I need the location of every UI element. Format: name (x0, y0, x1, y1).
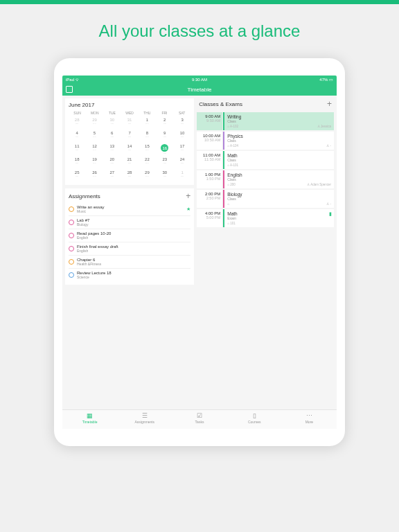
assignment-item[interactable]: Lab #7Biology (69, 215, 190, 229)
class-body: PhysicsClass⌂ A-104♙ - (223, 132, 334, 150)
calendar-day[interactable]: 21···· (121, 156, 138, 168)
calendar-day[interactable]: 8···· (139, 130, 155, 142)
calendar-day[interactable]: 20···· (104, 156, 121, 168)
calendar-day[interactable]: 29···· (139, 169, 155, 181)
tablet-frame: iPad ᯤ 9:30 AM 47% ▭ Timetable June 2017… (54, 58, 345, 446)
assignments-list: Write an essayMusic★Lab #7BiologyRead pa… (69, 203, 190, 281)
assignment-subject: Health &Fitness (77, 262, 190, 266)
calendar-day[interactable]: 15···· (139, 143, 155, 155)
calendar-day[interactable]: 11···· (69, 143, 85, 155)
tab-timetable[interactable]: ▦Timetable (62, 412, 117, 427)
calendar-day[interactable]: 5···· (86, 130, 103, 142)
status-circle-icon (69, 246, 74, 251)
assignment-item[interactable]: Review Lecture 18Science (69, 268, 190, 281)
dayname: WED (121, 111, 139, 115)
dayname: MON (86, 111, 103, 115)
class-type: Class (227, 177, 331, 181)
add-class-button[interactable]: + (327, 100, 332, 108)
dayname: TUE (103, 111, 121, 115)
calendar-day[interactable]: 10···· (174, 130, 190, 142)
dayname: SAT (173, 111, 190, 115)
assignment-subject: Biology (77, 222, 190, 227)
calendar-day[interactable]: 2···· (157, 116, 173, 129)
grid-icon[interactable] (66, 86, 73, 93)
calendar-day[interactable]: 9···· (157, 130, 173, 142)
screen: iPad ᯤ 9:30 AM 47% ▭ Timetable June 2017… (62, 76, 337, 429)
class-item[interactable]: 11:00 AM11:50 AMMathClass⌂ A-101 (197, 151, 334, 169)
headline: All your classes at a glance (0, 4, 399, 58)
calendar-day[interactable]: 30···· (104, 116, 121, 129)
class-room: ⌂ A-101 (227, 163, 238, 167)
class-type: Class (227, 158, 331, 162)
calendar-day[interactable]: 28···· (69, 116, 85, 129)
class-body: MathExam⌂ 101▮ (223, 209, 334, 227)
calendar-day[interactable]: 16···· (157, 143, 173, 155)
calendar-day[interactable]: 31···· (121, 116, 138, 129)
tab-more[interactable]: ⋯More (282, 412, 337, 427)
class-type: Class (227, 139, 331, 143)
assignment-item[interactable]: Read pages 10-20English (69, 229, 190, 242)
calendar-daynames: SUNMONTUEWEDTHUFRISAT (69, 111, 190, 115)
calendar-day[interactable]: 23···· (157, 156, 173, 168)
class-name: Physics (227, 134, 331, 139)
tab-label: Timetable (62, 420, 117, 424)
calendar-day[interactable]: 7···· (121, 130, 138, 142)
assignment-item[interactable]: Finish final essay draftEnglish (69, 242, 190, 255)
calendar-day[interactable]: 25···· (69, 169, 85, 181)
calendar-day[interactable]: 12···· (86, 143, 103, 155)
dayname: THU (139, 111, 156, 115)
status-circle-icon (69, 272, 74, 278)
calendar-day[interactable]: 24···· (174, 156, 190, 168)
assignments-panel: Assignments + Write an essayMusic★Lab #7… (65, 188, 194, 285)
class-time: 9:00 AM9:50 AM (197, 112, 223, 130)
class-time: 10:00 AM10:50 AM (197, 132, 223, 150)
calendar-day[interactable]: 13···· (104, 143, 121, 155)
class-room: ⌂ 101 (227, 222, 235, 225)
class-item[interactable]: 4:00 PM5:00 PMMathExam⌂ 101▮ (197, 209, 334, 227)
class-item[interactable]: 2:00 PM2:50 PMBiologyClass⌂ ♙ - (197, 190, 334, 208)
calendar-day[interactable]: 30···· (157, 169, 173, 181)
class-item[interactable]: 1:00 PM1:50 PMEnglishClass⌂ 200♙ Adam Sp… (197, 170, 334, 188)
status-bar: iPad ᯤ 9:30 AM 47% ▭ (62, 76, 337, 83)
calendar-day[interactable]: 18···· (69, 156, 85, 168)
class-item[interactable]: 9:00 AM9:50 AMWritingClass⌂ A-102♙ Jessi… (197, 112, 334, 130)
nav-title: Timetable (188, 87, 212, 93)
assignment-subject: Music (77, 209, 184, 213)
tab-bar: ▦Timetable☰Assignments☑Tasks▯Courses⋯Mor… (62, 409, 337, 429)
assignments-icon: ☰ (117, 412, 172, 419)
calendar-day[interactable]: 17···· (174, 143, 190, 155)
assignment-item[interactable]: Chapter 6Health &Fitness (69, 255, 190, 268)
calendar-day[interactable]: 14···· (121, 143, 138, 155)
calendar-day[interactable]: 1···· (139, 116, 155, 129)
calendar-day[interactable]: 4···· (69, 130, 85, 142)
add-assignment-button[interactable]: + (186, 192, 190, 200)
calendar-day[interactable]: 19···· (86, 156, 103, 168)
calendar-day[interactable]: 1···· (174, 169, 190, 181)
calendar-day[interactable]: 29···· (86, 116, 103, 129)
calendar-day[interactable]: 22···· (139, 156, 155, 168)
calendar-day[interactable]: 27···· (104, 169, 121, 181)
tab-assignments[interactable]: ☰Assignments (117, 412, 172, 427)
status-left: iPad ᯤ (66, 78, 80, 82)
calendar-day[interactable]: 28···· (121, 169, 138, 181)
class-item[interactable]: 10:00 AM10:50 AMPhysicsClass⌂ A-104♙ - (197, 132, 334, 150)
tab-courses[interactable]: ▯Courses (227, 412, 282, 427)
assignment-item[interactable]: Write an essayMusic★ (69, 203, 190, 215)
class-body: EnglishClass⌂ 200♙ Adam Spencer (223, 170, 334, 188)
class-type: Class (227, 197, 331, 201)
left-column: June 2017 SUNMONTUEWEDTHUFRISAT 28····29… (65, 98, 194, 407)
class-name: English (227, 172, 331, 177)
class-room: ⌂ 200 (227, 183, 235, 186)
calendar-day[interactable]: 6···· (104, 130, 121, 142)
calendar-day[interactable]: 3···· (174, 116, 190, 129)
class-body: MathClass⌂ A-101 (223, 151, 334, 169)
dayname: FRI (156, 111, 173, 115)
status-circle-icon (69, 206, 74, 212)
tab-label: More (282, 420, 337, 424)
tab-tasks[interactable]: ☑Tasks (172, 412, 227, 427)
calendar-day[interactable]: 26···· (86, 169, 103, 181)
assignment-subject: English (77, 249, 190, 253)
class-name: Math (227, 153, 331, 158)
status-circle-icon (69, 220, 74, 225)
class-body: WritingClass⌂ A-102♙ Jessica (223, 112, 334, 130)
